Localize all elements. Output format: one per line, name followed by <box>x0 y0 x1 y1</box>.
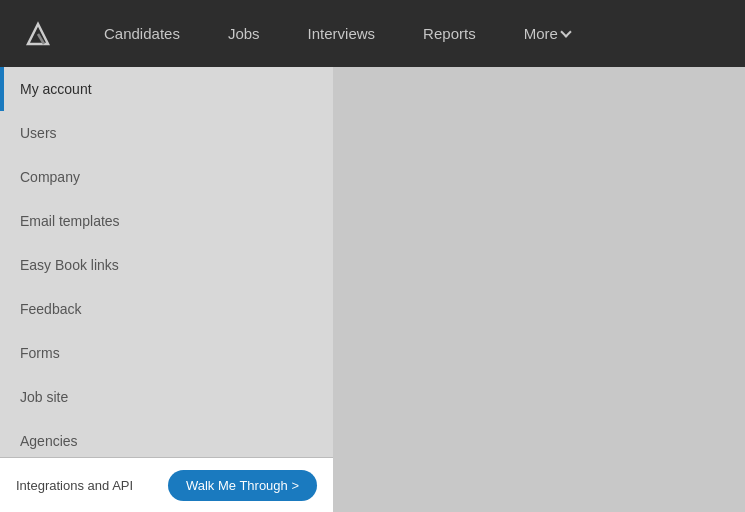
sidebar-item-easy-book-links[interactable]: Easy Book links <box>0 243 333 287</box>
walk-through-bar: Integrations and API Walk Me Through > <box>0 457 333 512</box>
sidebar-item-company[interactable]: Company <box>0 155 333 199</box>
nav-item-reports[interactable]: Reports <box>399 0 500 67</box>
nav-item-more[interactable]: More <box>500 0 594 67</box>
sidebar-item-email-templates[interactable]: Email templates <box>0 199 333 243</box>
app-logo[interactable] <box>16 12 60 56</box>
nav-item-jobs[interactable]: Jobs <box>204 0 284 67</box>
sidebar-item-my-account[interactable]: My account <box>0 67 333 111</box>
chevron-down-icon <box>560 26 571 37</box>
svg-marker-0 <box>28 24 48 44</box>
sidebar-item-job-site[interactable]: Job site <box>0 375 333 419</box>
navbar: Candidates Jobs Interviews Reports More <box>0 0 745 67</box>
sidebar: My account Users Company Email templates… <box>0 67 333 512</box>
main-content: My account Users Company Email templates… <box>0 67 745 512</box>
sidebar-item-feedback[interactable]: Feedback <box>0 287 333 331</box>
walk-through-button[interactable]: Walk Me Through > <box>168 470 317 501</box>
sidebar-item-users[interactable]: Users <box>0 111 333 155</box>
nav-item-interviews[interactable]: Interviews <box>284 0 400 67</box>
nav-item-candidates[interactable]: Candidates <box>80 0 204 67</box>
sidebar-item-forms[interactable]: Forms <box>0 331 333 375</box>
more-label: More <box>524 25 558 42</box>
walk-through-label: Integrations and API <box>16 478 156 493</box>
right-panel <box>333 67 745 512</box>
